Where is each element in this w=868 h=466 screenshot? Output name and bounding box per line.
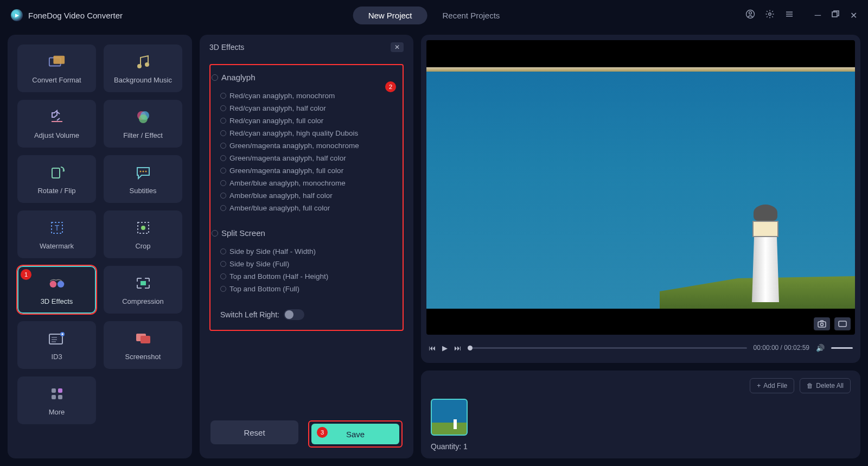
- anaglyph-option[interactable]: Red/cyan anaglyph, high quality Dubois: [228, 127, 393, 139]
- tool-id3[interactable]: ID3: [17, 321, 96, 369]
- marker-2: 2: [385, 81, 396, 92]
- file-actions: +Add File 🗑Delete All: [431, 378, 851, 393]
- thumbnail-row: [431, 399, 851, 439]
- tool-rotate-flip[interactable]: Rotate / Flip: [17, 155, 96, 203]
- section-anaglyph[interactable]: Anaglyph: [220, 73, 393, 82]
- title-controls: ─ ✕: [745, 9, 857, 21]
- svg-rect-3: [832, 12, 837, 17]
- save-highlight-box: 3 Save: [308, 420, 403, 448]
- split-option[interactable]: Top and Bottom (Half - Height): [228, 270, 393, 283]
- panel-footer: Reset 3 Save: [200, 410, 413, 458]
- tool-filter-effect[interactable]: Filter / Effect: [104, 100, 182, 148]
- anaglyph-option[interactable]: Amber/blue anaglyph, monochrome: [228, 177, 393, 189]
- tool-label: Screenshot: [125, 353, 161, 361]
- svg-point-19: [49, 280, 56, 287]
- svg-point-14: [145, 170, 146, 172]
- tab-new-project[interactable]: New Project: [353, 7, 427, 24]
- account-icon[interactable]: [745, 9, 755, 21]
- section-split-screen[interactable]: Split Screen: [220, 228, 393, 238]
- next-icon[interactable]: ⏭: [454, 344, 461, 352]
- tool-more[interactable]: More: [17, 376, 96, 424]
- anaglyph-option[interactable]: Green/magenta anaglyph, half color: [228, 152, 393, 164]
- svg-rect-21: [141, 281, 146, 285]
- tab-recent-projects[interactable]: Recent Projects: [427, 7, 515, 24]
- volume-icon: [48, 108, 66, 126]
- tool-label: Compression: [122, 297, 164, 305]
- split-option[interactable]: Top and Bottom (Full): [228, 283, 393, 295]
- panel-close-button[interactable]: ✕: [391, 42, 404, 52]
- tool-label: Filter / Effect: [123, 131, 163, 139]
- filter-effect-icon: [135, 108, 152, 126]
- delete-all-button[interactable]: 🗑Delete All: [800, 378, 851, 393]
- svg-point-31: [821, 323, 824, 326]
- split-option[interactable]: Side by Side (Half - Width): [228, 245, 393, 258]
- subtitles-icon: [135, 164, 152, 181]
- file-thumbnail[interactable]: [431, 399, 468, 436]
- volume-slider[interactable]: [831, 347, 853, 349]
- anaglyph-option[interactable]: Green/magenta anaglyph, monochrome: [228, 139, 393, 152]
- tool-subtitles[interactable]: Subtitles: [104, 155, 182, 203]
- tool-screenshot[interactable]: Screenshot: [104, 321, 182, 369]
- anaglyph-option[interactable]: Green/magenta anaglyph, full color: [228, 164, 393, 177]
- switch-toggle[interactable]: [284, 309, 304, 320]
- snapshot-icon[interactable]: [814, 317, 830, 330]
- tool-label: Adjust Volume: [34, 131, 79, 139]
- tool-label: Background Music: [114, 76, 172, 84]
- add-file-button[interactable]: +Add File: [750, 378, 794, 393]
- svg-rect-26: [52, 388, 56, 393]
- reset-button[interactable]: Reset: [210, 420, 298, 444]
- svg-point-7: [145, 63, 149, 66]
- split-option[interactable]: Side by Side (Full): [228, 258, 393, 270]
- svg-rect-28: [52, 395, 56, 399]
- minimize-icon[interactable]: ─: [815, 10, 821, 21]
- app-title: FoneDog Video Converter: [28, 11, 123, 20]
- tool-background-music[interactable]: Background Music: [104, 44, 182, 92]
- tool-label: Crop: [135, 242, 150, 250]
- right-panel: ⏮ ▶ ⏭ 00:00:00 / 00:02:59 🔊 +Add File 🗑D…: [421, 35, 860, 458]
- player-controls: ⏮ ▶ ⏭ 00:00:00 / 00:02:59 🔊: [426, 338, 855, 358]
- project-tabs: New Project Recent Projects: [353, 7, 515, 24]
- fullscreen-icon[interactable]: [834, 317, 851, 330]
- settings-icon[interactable]: [765, 9, 775, 21]
- svg-text:T: T: [54, 224, 59, 232]
- anaglyph-option[interactable]: Amber/blue anaglyph, full color: [228, 202, 393, 214]
- video-canvas[interactable]: [426, 40, 855, 335]
- panel-header: 3D Effects ✕: [200, 35, 413, 60]
- menu-icon[interactable]: [784, 9, 794, 21]
- anaglyph-option[interactable]: Red/cyan anaglyph, half color: [228, 102, 393, 114]
- tool-3d-effects[interactable]: 1 3D Effects: [17, 266, 96, 314]
- music-icon: [135, 53, 152, 71]
- video-content: [426, 67, 855, 309]
- tool-watermark[interactable]: T Watermark: [17, 210, 96, 258]
- marker-3: 3: [317, 427, 328, 438]
- tool-label: 3D Effects: [41, 297, 73, 305]
- tool-crop[interactable]: Crop: [104, 210, 182, 258]
- previous-icon[interactable]: ⏮: [429, 344, 436, 352]
- compression-icon: [135, 275, 152, 292]
- anaglyph-options: Red/cyan anaglyph, monochrom Red/cyan an…: [220, 90, 393, 214]
- svg-rect-27: [58, 388, 62, 393]
- 3d-glasses-icon: [48, 275, 66, 292]
- close-icon[interactable]: ✕: [850, 10, 857, 21]
- anaglyph-option[interactable]: Amber/blue anaglyph, half color: [228, 189, 393, 202]
- tool-compression[interactable]: Compression: [104, 266, 182, 314]
- volume-icon[interactable]: 🔊: [816, 344, 825, 352]
- effects-highlight-box: 2 Anaglyph Red/cyan anaglyph, monochrom …: [209, 64, 404, 331]
- svg-point-1: [749, 11, 751, 14]
- tool-label: ID3: [51, 353, 62, 361]
- anaglyph-option[interactable]: Red/cyan anaglyph, full color: [228, 114, 393, 127]
- tool-convert-format[interactable]: Convert Format: [17, 44, 96, 92]
- svg-rect-11: [52, 168, 60, 178]
- progress-bar[interactable]: [468, 347, 747, 349]
- svg-rect-22: [49, 334, 62, 344]
- app-logo-title: FoneDog Video Converter: [11, 9, 123, 21]
- svg-point-18: [141, 226, 145, 230]
- play-icon[interactable]: ▶: [442, 344, 448, 352]
- tool-adjust-volume[interactable]: Adjust Volume: [17, 100, 96, 148]
- tool-label: More: [49, 408, 65, 416]
- anaglyph-option[interactable]: Red/cyan anaglyph, monochrom: [228, 90, 393, 102]
- maximize-icon[interactable]: [832, 10, 839, 21]
- tool-label: Watermark: [40, 242, 74, 250]
- svg-point-12: [139, 170, 141, 172]
- svg-point-10: [139, 114, 148, 123]
